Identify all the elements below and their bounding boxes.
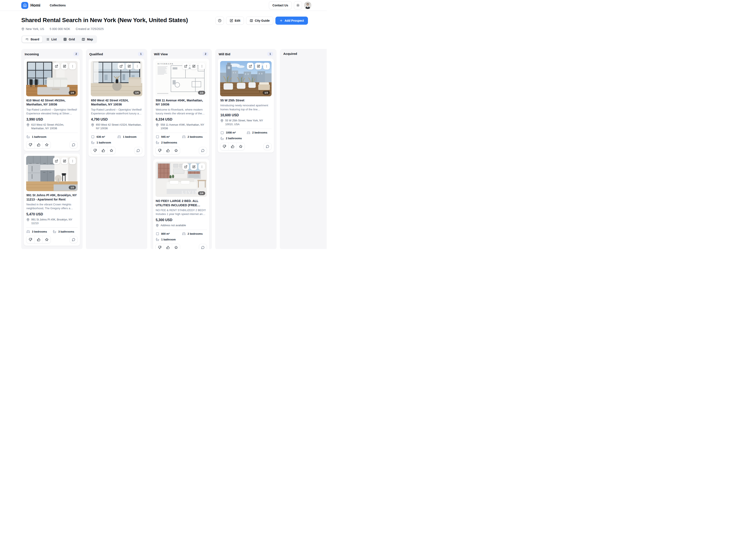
open-listing-button[interactable] <box>182 163 189 170</box>
city-guide-button[interactable]: City Guide <box>246 17 273 25</box>
thumbs-up-button[interactable] <box>164 147 172 154</box>
amenity-area: 636 m² <box>91 135 116 139</box>
tab-board[interactable]: Board <box>22 36 42 43</box>
bath-icon <box>53 230 56 233</box>
amenity-label: 2 bedrooms <box>252 131 267 134</box>
prospect-card[interactable]: 1/4 650 West 42 Street #1524, Manhattan,… <box>88 59 145 157</box>
thumbs-down-button[interactable] <box>156 244 164 249</box>
thumbs-up-button[interactable] <box>34 141 43 148</box>
tab-map-label: Map <box>87 38 93 41</box>
favorite-button[interactable] <box>107 147 115 154</box>
card-menu-button[interactable] <box>69 63 76 70</box>
open-listing-button[interactable] <box>53 158 60 164</box>
card-menu-button[interactable] <box>69 158 76 164</box>
tab-list[interactable]: List <box>43 36 60 43</box>
edit-prospect-button[interactable] <box>190 63 197 70</box>
prospect-card[interactable]: 1/4 610 West 42 Street #N10m, Manhattan,… <box>24 59 80 151</box>
view-switcher: Board List Grid Map <box>21 35 97 43</box>
nav-collections[interactable]: Collections <box>50 4 66 7</box>
comment-icon <box>201 149 204 152</box>
thumbs-down-icon <box>29 238 32 241</box>
thumbs-down-icon <box>158 149 161 152</box>
board-scroll-area[interactable]: Incoming 2 <box>0 49 327 249</box>
area-icon <box>220 131 224 135</box>
contact-us-button[interactable]: Contact Us <box>269 1 292 9</box>
location-pin-icon <box>156 123 159 126</box>
edit-icon <box>63 65 66 68</box>
homi-logo[interactable] <box>21 2 28 9</box>
comment-button[interactable] <box>263 143 271 150</box>
prospect-card[interactable]: RIVERBANK <box>153 59 209 157</box>
city-guide-label: City Guide <box>255 19 270 22</box>
area-icon <box>156 232 159 236</box>
kebab-menu-icon <box>265 65 268 68</box>
floorplan-brand-text: RIVERBANK <box>158 63 174 65</box>
thumbs-up-icon <box>102 149 105 152</box>
card-title: 55 W 25th Street <box>220 98 271 102</box>
card-menu-button[interactable] <box>134 63 141 70</box>
favorite-button[interactable] <box>236 143 244 150</box>
edit-button[interactable]: Edit <box>226 17 244 25</box>
open-listing-button[interactable] <box>118 63 124 70</box>
card-address-text: 558 11 Avenue #04K, Manhattan, NY 10036 <box>160 123 207 131</box>
tab-grid[interactable]: Grid <box>60 36 78 43</box>
location-pin-icon <box>91 123 94 126</box>
open-listing-button[interactable] <box>53 63 60 70</box>
edit-prospect-button[interactable] <box>190 163 197 170</box>
open-listing-button[interactable] <box>182 63 189 70</box>
thumbs-down-button[interactable] <box>91 147 99 154</box>
thumbs-down-button[interactable] <box>26 236 34 243</box>
edit-prospect-button[interactable] <box>255 63 262 70</box>
help-icon <box>218 19 221 22</box>
card-menu-button[interactable] <box>198 163 205 170</box>
help-button[interactable] <box>215 17 224 25</box>
theme-toggle-button[interactable] <box>294 1 302 9</box>
comment-button[interactable] <box>70 236 78 243</box>
card-title: 650 West 42 Street #1524, Manhattan, NY … <box>91 98 142 107</box>
card-address: 650 West 42 Street #1524, Manhattan, NY … <box>91 123 142 131</box>
thumbs-up-button[interactable] <box>164 244 172 249</box>
external-link-icon <box>249 65 252 68</box>
thumbs-up-icon <box>166 246 170 249</box>
comment-button[interactable] <box>70 141 78 148</box>
photo-count-badge: 1/3 <box>198 91 205 95</box>
prospect-card[interactable]: 1/3 55 W 25th Street Introducing newly r… <box>218 59 274 153</box>
kanban-board: Incoming 2 <box>21 49 327 249</box>
prospect-card[interactable]: 1/3 991 St Johns Pl #0K, Brooklyn, NY 11… <box>24 154 80 246</box>
edit-prospect-button[interactable] <box>61 158 68 164</box>
card-address: 55 W 25th Street, New York, NY 10010, US… <box>220 119 271 126</box>
thumbs-down-button[interactable] <box>220 143 228 150</box>
comment-button[interactable] <box>134 147 142 154</box>
column-will-view: Will View 2 RIVERBANK <box>151 49 212 249</box>
card-menu-button[interactable] <box>263 63 270 70</box>
add-prospect-button[interactable]: Add Prospect <box>275 17 308 25</box>
thumbs-up-button[interactable] <box>228 143 236 150</box>
comment-icon <box>72 238 75 241</box>
open-listing-button[interactable] <box>247 63 254 70</box>
amenity-area: 800 m² <box>156 232 180 236</box>
photo-count-badge: 1/3 <box>69 186 76 189</box>
thumbs-up-button[interactable] <box>34 236 43 243</box>
favorite-button[interactable] <box>43 236 51 243</box>
tab-map[interactable]: Map <box>78 36 96 43</box>
thumbs-down-button[interactable] <box>26 141 34 148</box>
edit-prospect-button[interactable] <box>61 63 68 70</box>
thumbs-down-button[interactable] <box>156 147 164 154</box>
edit-button-label: Edit <box>235 19 240 22</box>
thumbs-down-icon <box>29 143 32 146</box>
add-prospect-label: Add Prospect <box>284 19 304 22</box>
favorite-button[interactable] <box>43 141 51 148</box>
favorite-button[interactable] <box>172 147 180 154</box>
card-price: 10,600 USD <box>220 113 271 117</box>
amenity-label: 2 bedrooms <box>187 232 203 235</box>
user-avatar[interactable] <box>304 2 311 9</box>
column-count-badge: 2 <box>73 52 79 56</box>
favorite-button[interactable] <box>172 244 180 249</box>
card-menu-button[interactable] <box>198 63 205 70</box>
kebab-menu-icon <box>200 65 203 68</box>
thumbs-up-button[interactable] <box>99 147 107 154</box>
comment-button[interactable] <box>199 244 207 249</box>
prospect-card[interactable]: LIVING 1/4 NO FEE!! LARGE 2 BED. ALL UTI… <box>153 159 209 249</box>
comment-button[interactable] <box>199 147 207 154</box>
edit-prospect-button[interactable] <box>126 63 132 70</box>
